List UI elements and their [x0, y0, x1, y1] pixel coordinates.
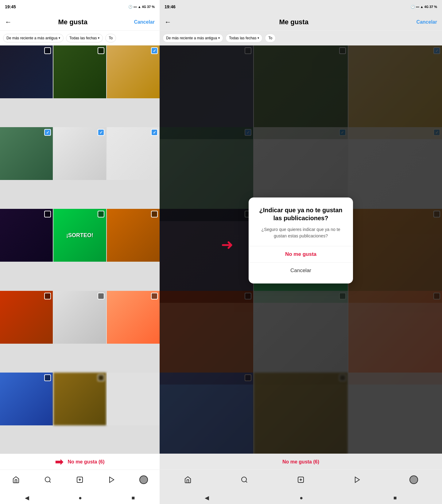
svg-line-7	[246, 481, 247, 482]
grid-item-checkbox[interactable]	[151, 293, 158, 299]
no-me-gusta-button[interactable]: ➡ No me gusta (6)	[55, 456, 104, 468]
right-reels-nav-button[interactable]	[351, 474, 363, 486]
dialog-cancel-button[interactable]: Cancelar	[256, 263, 346, 279]
grid-item-checkbox[interactable]	[151, 129, 158, 136]
right-no-me-gusta-button[interactable]: No me gusta (6)	[282, 459, 319, 465]
right-profile-nav-button[interactable]	[408, 474, 420, 486]
svg-point-6	[242, 477, 246, 482]
svg-line-1	[49, 481, 51, 482]
right-home-nav-button[interactable]	[182, 474, 194, 486]
right-signal-icon: ▪▪▪	[416, 5, 419, 9]
dialog-body: ¿Seguro que quieres indicar que ya no te…	[256, 226, 346, 239]
alarm-icon: 🕐	[128, 5, 133, 9]
right-battery-text: 37 %	[429, 5, 437, 9]
right-sort-filter[interactable]: De más reciente a más antigua ▾	[163, 34, 223, 42]
left-phone-panel: 19:45 🕐 ▪▪▪ ▲ 4G 37 % ← Me gusta Cancela…	[0, 0, 160, 504]
profile-nav-button[interactable]	[138, 474, 150, 486]
sorteo-text: ¡SORTEO!	[66, 232, 93, 239]
grid-item-checkbox[interactable]	[151, 47, 158, 54]
svg-marker-11	[355, 477, 359, 483]
left-back-button[interactable]: ←	[5, 18, 12, 26]
grid-item[interactable]	[0, 127, 53, 180]
grid-item-checkbox[interactable]	[44, 211, 51, 217]
dialog-overlay: ➜ ¿Indicar que ya no te gustan las publi…	[160, 45, 442, 454]
home-nav-button[interactable]	[10, 474, 22, 486]
grid-item-checkbox[interactable]	[98, 374, 104, 381]
grid-item-checkbox[interactable]	[44, 47, 51, 54]
sys-back-button[interactable]: ◀	[25, 494, 29, 501]
grid-item[interactable]	[107, 291, 160, 344]
grid-item[interactable]	[107, 209, 160, 262]
right-time: 19:46	[165, 4, 176, 9]
grid-item[interactable]	[0, 291, 53, 344]
left-date-filter[interactable]: Todas las fechas ▾	[66, 34, 103, 42]
svg-point-0	[45, 477, 50, 482]
date-chevron-icon: ▾	[98, 36, 99, 40]
left-time: 19:45	[5, 4, 16, 9]
svg-marker-5	[110, 477, 114, 483]
left-sort-filter[interactable]: De más reciente a más antigua ▾	[3, 34, 64, 42]
grid-item[interactable]	[0, 45, 53, 98]
right-page-title: Me gusta	[279, 18, 308, 26]
grid-item[interactable]	[107, 127, 160, 180]
sys-recent-button[interactable]: ■	[131, 495, 135, 501]
right-sys-recent-button[interactable]: ■	[394, 495, 397, 501]
wifi-icon: ▲	[138, 5, 141, 9]
dialog-arrow-icon: ➜	[221, 237, 233, 252]
search-nav-button[interactable]	[42, 474, 54, 486]
dialog-title: ¿Indicar que ya no te gustan las publica…	[256, 206, 346, 222]
sys-home-button[interactable]: ●	[79, 495, 82, 501]
left-nav-bar	[0, 470, 160, 492]
grid-item[interactable]	[0, 373, 53, 425]
grid-item[interactable]	[53, 45, 106, 98]
left-app-header: ← Me gusta Cancelar	[0, 14, 160, 31]
right-cancel-button[interactable]: Cancelar	[416, 19, 437, 25]
right-alarm-icon: 🕐	[411, 5, 415, 9]
grid-item-checkbox[interactable]	[98, 293, 104, 299]
grid-item-checkbox[interactable]	[151, 211, 158, 217]
grid-item[interactable]: ¡SORTEO!	[53, 209, 106, 262]
right-system-nav: ◀ ● ■	[160, 492, 442, 504]
left-photo-grid: ¡SORTEO!	[0, 45, 160, 454]
right-sort-chevron-icon: ▾	[218, 36, 220, 40]
grid-item[interactable]	[107, 45, 160, 98]
dialog-confirm-button[interactable]: No me gusta	[256, 246, 346, 262]
left-system-nav: ◀ ● ■	[0, 492, 160, 504]
right-4g-icon: 4G	[425, 5, 428, 9]
right-status-icons: 🕐 ▪▪▪ ▲ 4G 37 %	[411, 5, 437, 9]
right-phone-panel: 19:46 🕐 ▪▪▪ ▲ 4G 37 % ← Me gusta Cancela…	[160, 0, 442, 504]
grid-item[interactable]	[0, 209, 53, 262]
left-third-filter[interactable]: To	[105, 34, 116, 42]
right-sys-back-button[interactable]: ◀	[205, 494, 209, 501]
right-third-filter[interactable]: To	[265, 34, 276, 42]
left-status-icons: 🕐 ▪▪▪ ▲ 4G 37 %	[128, 5, 155, 9]
sort-chevron-icon: ▾	[59, 36, 60, 40]
right-back-button[interactable]: ←	[165, 18, 171, 26]
grid-item-checkbox[interactable]	[44, 129, 51, 136]
grid-item-checkbox[interactable]	[44, 293, 51, 299]
right-search-nav-button[interactable]	[238, 474, 250, 486]
right-sys-home-button[interactable]: ●	[300, 495, 303, 501]
left-filter-bar: De más reciente a más antigua ▾ Todas la…	[0, 31, 160, 45]
grid-item-checkbox[interactable]	[98, 211, 104, 217]
left-status-bar: 19:45 🕐 ▪▪▪ ▲ 4G 37 %	[0, 0, 160, 14]
grid-item[interactable]	[53, 291, 106, 344]
add-nav-button[interactable]	[74, 474, 86, 486]
signal-icon: ▪▪▪	[134, 5, 137, 9]
grid-item[interactable]	[53, 127, 106, 180]
right-date-filter[interactable]: Todas las fechas ▾	[226, 34, 262, 42]
reels-nav-button[interactable]	[106, 474, 118, 486]
4g-icon: 4G	[142, 5, 146, 9]
grid-item-checkbox[interactable]	[98, 129, 104, 136]
right-add-nav-button[interactable]	[295, 474, 307, 486]
grid-item-checkbox[interactable]	[98, 47, 104, 54]
right-status-bar: 19:46 🕐 ▪▪▪ ▲ 4G 37 %	[160, 0, 442, 14]
left-page-title: Me gusta	[58, 18, 87, 26]
left-cancel-button[interactable]: Cancelar	[134, 19, 155, 25]
right-date-chevron-icon: ▾	[258, 36, 259, 40]
battery-text: 37 %	[147, 5, 155, 9]
left-arrow-icon: ➡	[55, 456, 63, 468]
right-filter-bar: De más reciente a más antigua ▾ Todas la…	[160, 31, 442, 45]
grid-item[interactable]	[53, 373, 106, 425]
grid-item-checkbox[interactable]	[44, 374, 51, 381]
